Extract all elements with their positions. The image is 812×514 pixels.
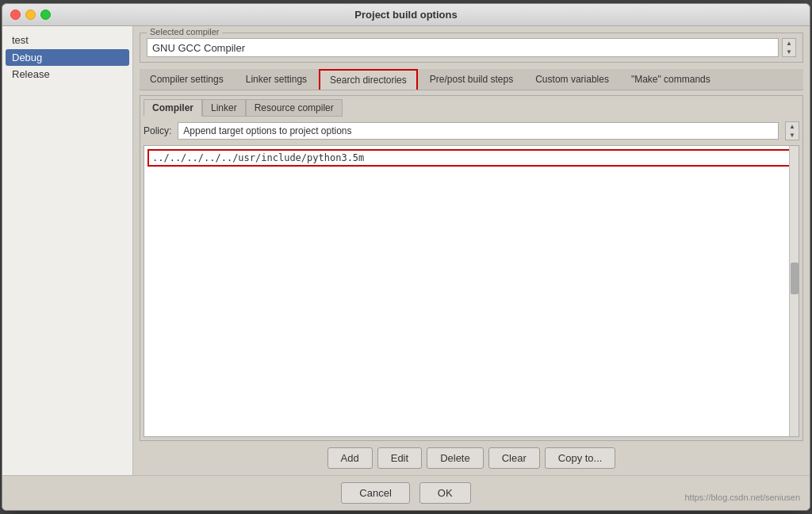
tab-search-directories[interactable]: Search directories xyxy=(319,69,418,90)
inner-tab-linker[interactable]: Linker xyxy=(202,99,246,117)
main-window: Project build options test Debug Release… xyxy=(2,3,810,511)
policy-spinner-up-icon[interactable]: ▲ xyxy=(786,124,799,130)
close-button[interactable] xyxy=(10,10,21,20)
inner-tab-compiler[interactable]: Compiler xyxy=(144,99,202,117)
compiler-select[interactable]: GNU GCC Compiler xyxy=(147,38,779,57)
title-bar: Project build options xyxy=(2,4,810,26)
inner-tabs: Compiler Linker Resource compiler xyxy=(144,99,799,117)
tab-make-commands[interactable]: "Make" commands xyxy=(621,69,721,90)
policy-select[interactable]: Append target options to project options xyxy=(178,122,779,140)
policy-row: Policy: Append target options to project… xyxy=(144,121,799,140)
compiler-spinner[interactable]: ▲ ▼ xyxy=(782,38,796,57)
action-buttons-row: Add Edit Delete Clear Copy to... xyxy=(140,447,803,469)
cancel-button[interactable]: Cancel xyxy=(341,482,409,504)
inner-panel: Compiler Linker Resource compiler Policy… xyxy=(140,95,803,441)
compiler-group: Selected compiler GNU GCC Compiler ▲ ▼ xyxy=(140,33,803,63)
add-button[interactable]: Add xyxy=(327,447,373,469)
bottom-bar: Cancel OK https://blog.csdn.net/seniusen xyxy=(2,475,810,510)
ok-button[interactable]: OK xyxy=(419,482,471,504)
right-panel: Selected compiler GNU GCC Compiler ▲ ▼ C… xyxy=(133,26,810,475)
delete-button[interactable]: Delete xyxy=(427,447,484,469)
policy-spinner[interactable]: ▲ ▼ xyxy=(785,121,799,140)
policy-spinner-down-icon[interactable]: ▼ xyxy=(786,132,799,139)
main-content: test Debug Release Selected compiler GNU… xyxy=(2,26,810,475)
copy-to-button[interactable]: Copy to... xyxy=(545,447,616,469)
spinner-down-icon[interactable]: ▼ xyxy=(783,49,795,56)
sidebar-item-debug[interactable]: Debug xyxy=(6,49,129,66)
minimize-button[interactable] xyxy=(25,10,36,20)
policy-label: Policy: xyxy=(144,125,171,136)
scrollbar-thumb[interactable] xyxy=(791,263,799,294)
directory-entry[interactable]: ../../../../../usr/include/python3.5m xyxy=(147,149,795,167)
sidebar-item-release[interactable]: Release xyxy=(6,66,129,82)
compiler-legend: Selected compiler xyxy=(147,27,222,36)
directory-list-container[interactable]: ../../../../../usr/include/python3.5m xyxy=(144,145,799,437)
compiler-row: GNU GCC Compiler ▲ ▼ xyxy=(147,38,796,57)
main-tabs-bar: Compiler settings Linker settings Search… xyxy=(140,69,803,90)
edit-button[interactable]: Edit xyxy=(377,447,422,469)
sidebar-project-label: test xyxy=(6,33,129,48)
tab-pre-post-build[interactable]: Pre/post build steps xyxy=(419,69,523,90)
directory-path: ../../../../../usr/include/python3.5m xyxy=(152,152,364,163)
scrollbar-track[interactable] xyxy=(789,146,799,436)
inner-tab-resource-compiler[interactable]: Resource compiler xyxy=(246,99,343,117)
tab-linker-settings[interactable]: Linker settings xyxy=(236,69,317,90)
maximize-button[interactable] xyxy=(40,10,51,20)
spinner-up-icon[interactable]: ▲ xyxy=(783,40,795,47)
window-title: Project build options xyxy=(354,9,457,21)
window-controls xyxy=(10,10,51,20)
tab-compiler-settings[interactable]: Compiler settings xyxy=(140,69,234,90)
sidebar: test Debug Release xyxy=(2,26,133,475)
watermark-text: https://blog.csdn.net/seniusen xyxy=(684,493,800,502)
tab-custom-variables[interactable]: Custom variables xyxy=(525,69,619,90)
clear-button[interactable]: Clear xyxy=(488,447,540,469)
directory-list: ../../../../../usr/include/python3.5m xyxy=(144,146,799,170)
